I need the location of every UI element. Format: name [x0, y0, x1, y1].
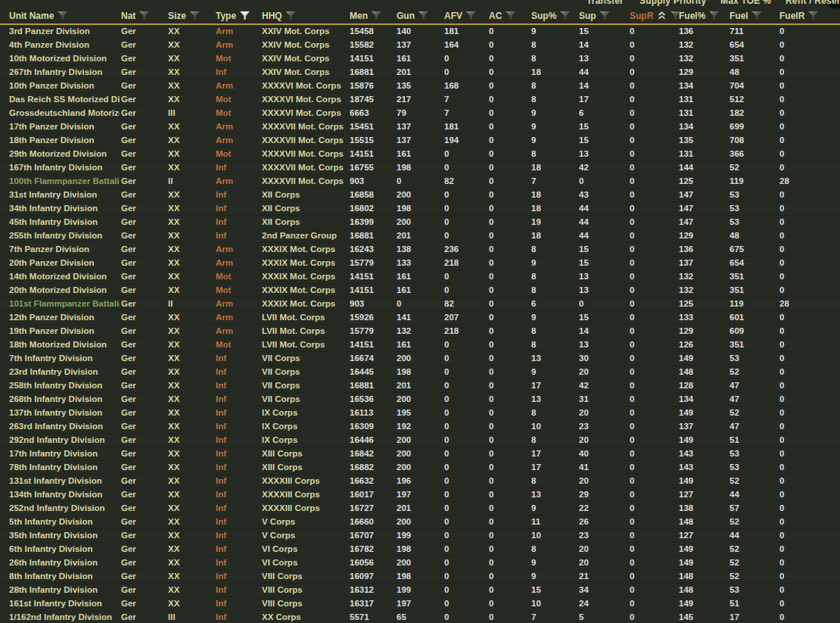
cell-name[interactable]: 258th Infantry Division — [9, 379, 120, 392]
cell-name[interactable]: 12th Panzer Division — [9, 311, 120, 324]
column-header-fuelr[interactable]: FuelR — [779, 8, 818, 23]
cell-name[interactable]: 268th Infantry Division — [9, 393, 120, 406]
cell-name[interactable]: 4th Panzer Division — [9, 39, 120, 51]
cell-name[interactable]: 6th Infantry Division — [9, 543, 120, 556]
unit-row[interactable]: 26th Infantry DivisionGerXXInfVI Corps16… — [0, 556, 840, 570]
cell-name[interactable]: 161st Infantry Division — [9, 597, 120, 610]
column-header-nat[interactable]: Nat — [121, 8, 149, 23]
column-header-afv[interactable]: AFV — [444, 8, 476, 23]
unit-row[interactable]: 258th Infantry DivisionGerXXInfVII Corps… — [0, 379, 840, 393]
cell-name[interactable]: 18th Motorized Division — [9, 338, 120, 351]
filter-funnel-icon[interactable] — [600, 11, 610, 20]
column-header-fuel_pct[interactable]: Fuel% — [679, 8, 719, 23]
unit-row[interactable]: 17th Infantry DivisionGerXXInfXIII Corps… — [0, 447, 840, 461]
unit-row[interactable]: 252nd Infantry DivisionGerXXInfXXXXIII C… — [0, 502, 840, 516]
cell-name[interactable]: 14th Motorized Division — [9, 270, 120, 283]
unit-row[interactable]: 100th Flammpanzer BattalioGerIIArmXXXXVI… — [0, 175, 840, 188]
cell-name[interactable]: 100th Flammpanzer Battalio — [9, 175, 120, 188]
cell-name[interactable]: Das Reich SS Motorized Divi — [9, 93, 120, 106]
unit-row[interactable]: 20th Panzer DivisionGerXXArmXXXIX Mot. C… — [0, 257, 840, 270]
cell-name[interactable]: 20th Panzer Division — [9, 257, 120, 269]
unit-row[interactable]: 161st Infantry DivisionGerXXInfVIII Corp… — [0, 597, 840, 611]
unit-row[interactable]: 255th Infantry DivisionGerXXInf2nd Panze… — [0, 229, 840, 243]
column-header-supr[interactable]: SupR — [630, 8, 680, 23]
unit-row[interactable]: 4th Panzer DivisionGerXXArmXXIV Mot. Cor… — [0, 39, 840, 52]
unit-row[interactable]: 20th Motorized DivisionGerXXMotXXXIX Mot… — [0, 284, 840, 297]
filter-funnel-icon[interactable] — [139, 11, 149, 20]
cell-name[interactable]: 137th Infantry Division — [9, 407, 120, 419]
cell-name[interactable]: 255th Infantry Division — [9, 229, 120, 242]
toolbar-button-max-toe[interactable]: Max TOE % — [720, 0, 771, 6]
unit-row[interactable]: 34th Infantry DivisionGerXXInfXII Corps1… — [0, 202, 840, 216]
unit-row[interactable]: 167th Infantry DivisionGerXXInfXXXXVII M… — [0, 161, 840, 175]
sort-ascending-icon[interactable] — [657, 11, 667, 20]
cell-name[interactable]: 18th Panzer Division — [9, 134, 120, 147]
unit-row[interactable]: 267th Infantry DivisionGerXXInfXXIV Mot.… — [0, 66, 840, 79]
cell-name[interactable]: 45th Infantry Division — [9, 216, 120, 229]
unit-row[interactable]: 7th Panzer DivisionGerXXArmXXXIX Mot. Co… — [0, 243, 840, 257]
unit-row[interactable]: 6th Infantry DivisionGerXXInfVI Corps167… — [0, 543, 840, 556]
unit-row[interactable]: 268th Infantry DivisionGerXXInfVII Corps… — [0, 393, 840, 407]
unit-row[interactable]: 101st Flammpanzer BattalionGerIIArmXXXIX… — [0, 297, 840, 311]
cell-name[interactable]: 3rd Panzer Division — [9, 25, 120, 38]
cell-name[interactable]: 28th Infantry Division — [9, 584, 120, 597]
filter-funnel-icon[interactable] — [560, 11, 570, 20]
column-header-name[interactable]: Unit Name — [9, 8, 67, 23]
cell-name[interactable]: 10th Panzer Division — [9, 79, 120, 92]
cell-name[interactable]: 19th Panzer Division — [9, 325, 120, 338]
filter-funnel-icon[interactable] — [58, 11, 67, 20]
cell-name[interactable]: 17th Panzer Division — [9, 120, 120, 133]
cell-name[interactable]: 5th Infantry Division — [9, 516, 120, 528]
column-header-size[interactable]: Size — [168, 8, 200, 23]
column-header-sup_pct[interactable]: Sup% — [531, 8, 570, 23]
unit-row[interactable]: 18th Motorized DivisionGerXXMotLVII Mot.… — [0, 338, 840, 352]
cell-name[interactable]: Grossdeutschland Motorized — [9, 107, 120, 120]
unit-row[interactable]: 5th Infantry DivisionGerXXInfV Corps1666… — [0, 516, 840, 529]
unit-row[interactable]: 131st Infantry DivisionGerXXInfXXXXIII C… — [0, 475, 840, 488]
filter-funnel-icon[interactable] — [709, 11, 719, 20]
cell-name[interactable]: 8th Infantry Division — [9, 570, 120, 583]
cell-name[interactable]: 292nd Infantry Division — [9, 434, 120, 447]
unit-row[interactable]: Das Reich SS Motorized DiviGerXXMotXXXXV… — [0, 93, 840, 107]
filter-funnel-icon[interactable] — [190, 11, 200, 20]
cell-name[interactable]: 134th Infantry Division — [9, 488, 120, 501]
unit-row[interactable]: 29th Motorized DivisionGerXXMotXXXXVII M… — [0, 148, 840, 161]
cell-name[interactable]: 1/162nd Infantry Division — [9, 611, 120, 623]
unit-row[interactable]: 8th Infantry DivisionGerXXInfVIII Corps1… — [0, 570, 840, 584]
unit-row[interactable]: 292nd Infantry DivisionGerXXInfIX Corps1… — [0, 434, 840, 447]
unit-row[interactable]: 35th Infantry DivisionGerXXInfV Corps167… — [0, 529, 840, 543]
filter-funnel-icon[interactable] — [466, 11, 476, 20]
unit-row[interactable]: 19th Panzer DivisionGerXXArmLVII Mot. Co… — [0, 325, 840, 338]
filter-funnel-icon[interactable] — [808, 11, 818, 20]
column-header-hhq[interactable]: HHQ — [262, 8, 296, 23]
cell-name[interactable]: 263rd Infantry Division — [9, 420, 120, 433]
cell-name[interactable]: 23rd Infantry Division — [9, 366, 120, 378]
unit-row[interactable]: 17th Panzer DivisionGerXXArmXXXXVII Mot.… — [0, 120, 840, 134]
unit-row[interactable]: 31st Infantry DivisionGerXXInfXII Corps1… — [0, 188, 840, 202]
unit-row[interactable]: 137th Infantry DivisionGerXXInfIX Corps1… — [0, 407, 840, 420]
cell-name[interactable]: 78th Infantry Division — [9, 461, 120, 474]
column-header-type[interactable]: Type — [216, 8, 250, 23]
cell-name[interactable]: 7th Infantry Division — [9, 352, 120, 365]
column-header-men[interactable]: Men — [350, 8, 381, 23]
unit-row[interactable]: 23rd Infantry DivisionGerXXInfVII Corps1… — [0, 366, 840, 379]
cell-name[interactable]: 7th Panzer Division — [9, 243, 120, 256]
unit-row[interactable]: 12th Panzer DivisionGerXXArmLVII Mot. Co… — [0, 311, 840, 325]
unit-row[interactable]: 263rd Infantry DivisionGerXXInfIX Corps1… — [0, 420, 840, 434]
unit-row[interactable]: Grossdeutschland MotorizedGerIIIMotXXXXV… — [0, 107, 840, 120]
cell-name[interactable]: 29th Motorized Division — [9, 148, 120, 160]
cell-name[interactable]: 35th Infantry Division — [9, 529, 120, 542]
unit-row[interactable]: 18th Panzer DivisionGerXXArmXXXXVII Mot.… — [0, 134, 840, 148]
cell-name[interactable]: 31st Infantry Division — [9, 188, 120, 201]
unit-row[interactable]: 134th Infantry DivisionGerXXInfXXXXIII C… — [0, 488, 840, 502]
unit-row[interactable]: 3rd Panzer DivisionGerXXArmXXIV Mot. Cor… — [0, 25, 840, 39]
toolbar-button-refit-reserve[interactable]: Refit / Reserve — [786, 0, 840, 6]
unit-row[interactable]: 1/162nd Infantry DivisionGerIIIInfXX Cor… — [0, 611, 840, 623]
column-header-sup[interactable]: Sup — [579, 8, 610, 23]
filter-funnel-icon[interactable] — [418, 11, 428, 20]
filter-funnel-icon[interactable] — [506, 11, 515, 20]
filter-funnel-icon[interactable] — [286, 11, 296, 20]
cell-name[interactable]: 131st Infantry Division — [9, 475, 120, 487]
unit-row[interactable]: 10th Motorized DivisionGerXXMotXXIV Mot.… — [0, 52, 840, 66]
column-header-gun[interactable]: Gun — [397, 8, 428, 23]
